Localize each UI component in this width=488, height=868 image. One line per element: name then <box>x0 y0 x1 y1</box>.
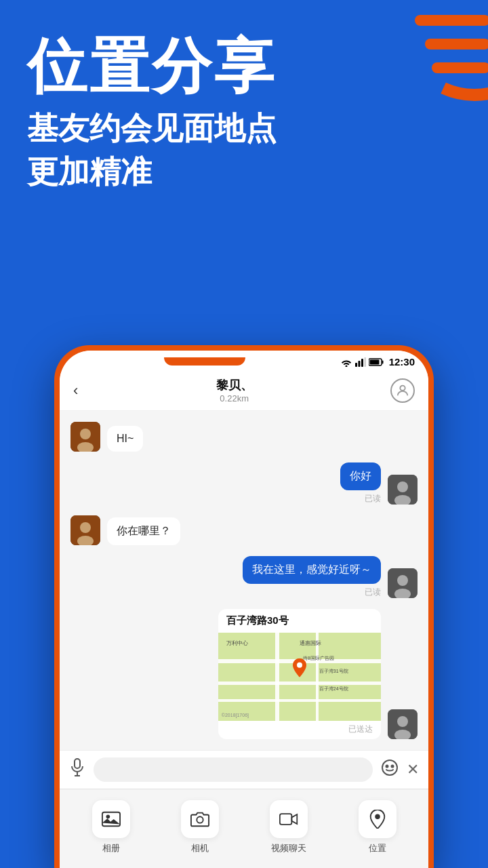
main-title: 位置分享 <box>27 34 461 100</box>
bubble-right: 你好 <box>340 462 381 490</box>
wifi-icon <box>340 357 352 367</box>
location-card[interactable]: 百子湾路30号 <box>218 609 381 739</box>
svg-point-33 <box>392 766 394 768</box>
svg-point-16 <box>397 481 408 492</box>
status-icons: 12:30 <box>340 356 415 368</box>
svg-point-31 <box>382 760 397 775</box>
svg-point-35 <box>106 814 110 818</box>
camera-icon <box>190 810 209 829</box>
bubble-left: HI~ <box>107 426 143 452</box>
svg-point-36 <box>197 816 203 823</box>
toolbar-location[interactable]: 位置 <box>359 800 396 854</box>
svg-rect-37 <box>279 814 291 825</box>
svg-point-13 <box>80 429 91 439</box>
read-status: 已读 <box>365 493 381 505</box>
profile-button[interactable] <box>390 378 415 403</box>
sub-title-line1: 基友约会见面地点 <box>27 111 277 146</box>
svg-point-27 <box>297 663 302 668</box>
phone-outer: 12:30 ‹ 黎贝、 0.22km <box>54 345 434 868</box>
message-row: 你在哪里？ <box>70 515 418 545</box>
video-icon-box[interactable] <box>270 800 308 838</box>
location-message-row: 百子湾路30号 <box>70 609 418 739</box>
video-icon <box>279 810 298 829</box>
chat-header-center: 黎贝、 0.22km <box>216 377 253 403</box>
msg-col-left: HI~ <box>107 426 143 452</box>
contact-name: 黎贝、 <box>216 377 253 393</box>
msg-col-location: 百子湾路30号 <box>218 609 381 739</box>
svg-rect-34 <box>102 812 119 827</box>
avatar-left <box>70 422 100 452</box>
album-icon-box[interactable] <box>92 800 130 838</box>
svg-point-11 <box>400 385 405 390</box>
map-pin <box>293 658 306 682</box>
notch <box>164 357 245 366</box>
header-section: 位置分享 基友约会见面地点 更加精准 <box>0 0 488 214</box>
msg-col-left: 你在哪里？ <box>107 517 180 545</box>
video-label: 视频聊天 <box>271 842 306 854</box>
location-icon-box[interactable] <box>359 800 396 838</box>
svg-point-38 <box>375 814 380 819</box>
sub-title: 基友约会见面地点 更加精准 <box>27 106 461 194</box>
svg-rect-4 <box>355 363 357 367</box>
svg-point-32 <box>386 766 388 768</box>
svg-rect-9 <box>369 359 379 364</box>
svg-point-19 <box>80 522 91 533</box>
camera-label: 相机 <box>191 842 209 854</box>
svg-rect-10 <box>382 360 383 363</box>
msg-col-right: 你好 已读 <box>340 462 381 505</box>
image-icon <box>102 810 121 829</box>
contact-distance: 0.22km <box>216 393 253 403</box>
svg-point-22 <box>397 575 408 586</box>
msg-col-right: 我在这里，感觉好近呀～ 已读 <box>243 556 381 598</box>
camera-icon-box[interactable] <box>181 800 219 838</box>
bottom-toolbar: 相册 相机 <box>60 789 428 868</box>
read-status: 已读 <box>365 587 381 598</box>
svg-point-25 <box>397 716 408 727</box>
location-title: 百子湾路30号 <box>218 609 381 633</box>
signal-icon <box>355 357 366 367</box>
avatar-right <box>388 568 418 598</box>
avatar-left <box>70 515 100 545</box>
map-area: 万利中心 通惠国际 百子湾31号院 百子湾24号院 尚8国际广告园 <box>218 633 381 721</box>
message-row: 我在这里，感觉好近呀～ 已读 <box>70 556 418 598</box>
bubble-right: 我在这里，感觉好近呀～ <box>243 556 381 584</box>
phone-mockup: 12:30 ‹ 黎贝、 0.22km <box>54 345 434 868</box>
toolbar-video[interactable]: 视频聊天 <box>270 800 308 854</box>
chat-area: HI~ 你好 已读 <box>60 411 428 750</box>
avatar-right <box>388 709 418 739</box>
back-button[interactable]: ‹ <box>73 382 78 399</box>
message-row: 你好 已读 <box>70 462 418 505</box>
location-icon <box>368 810 387 829</box>
avatar-right <box>388 475 418 505</box>
toolbar-album[interactable]: 相册 <box>92 800 130 854</box>
phone-inner: 12:30 ‹ 黎贝、 0.22km <box>60 351 428 868</box>
chat-header: ‹ 黎贝、 0.22km <box>60 370 428 411</box>
message-input[interactable] <box>94 757 373 782</box>
battery-icon <box>369 358 384 366</box>
message-row: HI~ <box>70 422 418 452</box>
sub-title-line2: 更加精准 <box>27 154 152 189</box>
status-bar: 12:30 <box>60 351 428 370</box>
album-label: 相册 <box>102 842 120 854</box>
svg-rect-7 <box>364 357 366 367</box>
status-time: 12:30 <box>389 356 415 368</box>
toolbar-camera[interactable]: 相机 <box>181 800 219 854</box>
mic-button[interactable] <box>69 758 85 781</box>
emoji-button[interactable] <box>381 759 399 781</box>
close-button[interactable]: ✕ <box>407 761 419 778</box>
location-label: 位置 <box>369 842 386 854</box>
svg-rect-5 <box>358 361 360 367</box>
bubble-left: 你在哪里？ <box>107 517 180 545</box>
svg-rect-6 <box>361 359 363 367</box>
location-delivered: 已送达 <box>218 721 381 739</box>
svg-rect-28 <box>75 759 80 768</box>
input-bar: ✕ <box>60 750 428 789</box>
